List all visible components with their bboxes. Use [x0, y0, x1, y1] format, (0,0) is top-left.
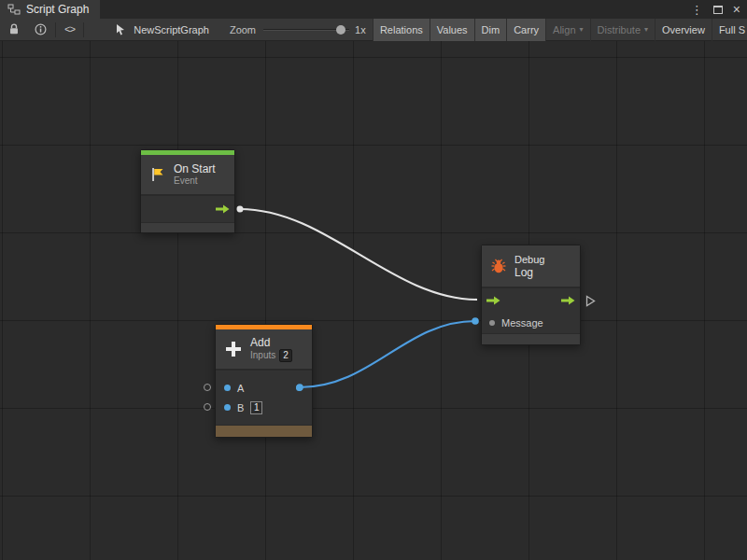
toolbar-separator [83, 22, 84, 37]
zoom-value: 1x [355, 24, 366, 35]
graph-name-label[interactable]: NewScriptGraph [134, 24, 209, 35]
flow-continuation-icon[interactable] [585, 294, 596, 311]
flag-icon [149, 166, 166, 183]
port-row-a: A [216, 378, 312, 398]
carry-button[interactable]: Carry [506, 19, 545, 41]
align-button[interactable]: Align ▾ [545, 19, 589, 41]
plus-icon [224, 340, 243, 358]
distribute-button[interactable]: Distribute ▾ [590, 19, 655, 41]
node-title: Log [514, 266, 544, 279]
fullscreen-button[interactable]: Full S [712, 19, 747, 41]
lock-icon[interactable] [5, 19, 23, 41]
chevron-down-icon: ▾ [580, 25, 584, 34]
input-port-a[interactable] [224, 385, 231, 391]
node-subtitle: Inputs [250, 350, 275, 361]
node-flow-row [482, 288, 580, 313]
menu-kebab-icon[interactable]: ⋮ [691, 4, 703, 16]
node-footer [216, 425, 312, 437]
distribute-label: Distribute [598, 24, 641, 35]
info-icon[interactable] [31, 19, 50, 41]
zoom-slider-handle[interactable] [336, 25, 345, 35]
message-port-label: Message [501, 317, 543, 329]
dim-button[interactable]: Dim [474, 19, 507, 41]
toolbar-button-group: Relations Values Dim Carry Align ▾ Distr… [373, 19, 747, 41]
flow-input-port[interactable] [486, 296, 500, 305]
port-b-outer-ring[interactable] [204, 403, 211, 411]
node-port-section: A B 1 [216, 371, 312, 425]
port-b-value-field[interactable]: 1 [250, 401, 262, 414]
value-wire[interactable] [300, 321, 475, 387]
message-input-port[interactable] [489, 320, 495, 326]
port-b-label: B [237, 402, 244, 413]
graph-toolbar: <> NewScriptGraph Zoom 1x Relations Valu… [0, 19, 747, 41]
port-row-b: B 1 [216, 398, 312, 417]
node-subtitle: Event [174, 175, 216, 187]
node-title: On Start [174, 162, 216, 175]
flow-wire-start-dot [237, 206, 244, 213]
toolbar-separator [55, 22, 56, 37]
values-button[interactable]: Values [430, 19, 474, 41]
node-header[interactable]: On Start Event [141, 155, 234, 194]
flow-wire[interactable] [240, 209, 477, 300]
connection-wires [0, 41, 747, 560]
graph-pointer-icon [111, 19, 130, 41]
output-port-sum[interactable] [296, 385, 303, 391]
tab-script-graph[interactable]: Script Graph [0, 0, 100, 19]
flow-output-port[interactable] [216, 204, 230, 214]
node-footer [482, 333, 580, 344]
code-view-icon[interactable]: <> [61, 19, 78, 41]
bug-icon [490, 259, 507, 274]
flow-output-port[interactable] [561, 296, 575, 305]
node-title: Add [250, 336, 292, 349]
node-add[interactable]: Add Inputs 2 A B 1 [215, 324, 313, 438]
node-kind: Debug [514, 253, 544, 266]
window-titlebar: Script Graph ⋮ × [0, 0, 747, 19]
chevron-down-icon: ▾ [644, 25, 648, 34]
inputs-count-field[interactable]: 2 [279, 349, 292, 362]
zoom-label: Zoom [230, 24, 256, 35]
maximize-icon[interactable] [713, 6, 723, 14]
align-label: Align [553, 24, 575, 35]
node-header[interactable]: Add Inputs 2 [216, 329, 312, 369]
zoom-slider[interactable] [263, 19, 349, 41]
window-controls: ⋮ × [691, 0, 747, 19]
value-wire-end-dot [472, 317, 479, 325]
port-a-outer-ring[interactable] [204, 384, 211, 391]
overview-button[interactable]: Overview [655, 19, 712, 41]
tab-title: Script Graph [26, 3, 89, 16]
input-port-b[interactable] [224, 404, 231, 411]
message-port-row: Message [482, 313, 580, 333]
port-a-label: A [237, 383, 244, 394]
relations-button[interactable]: Relations [373, 19, 430, 41]
script-graph-icon [7, 4, 21, 15]
close-icon[interactable]: × [733, 3, 740, 16]
node-on-start[interactable]: On Start Event [140, 149, 235, 233]
node-header[interactable]: Debug Log [482, 245, 580, 287]
node-footer [141, 222, 234, 232]
node-debug-log[interactable]: Debug Log Message [481, 245, 581, 345]
graph-canvas[interactable]: On Start Event [0, 41, 747, 560]
node-port-section [141, 196, 234, 222]
